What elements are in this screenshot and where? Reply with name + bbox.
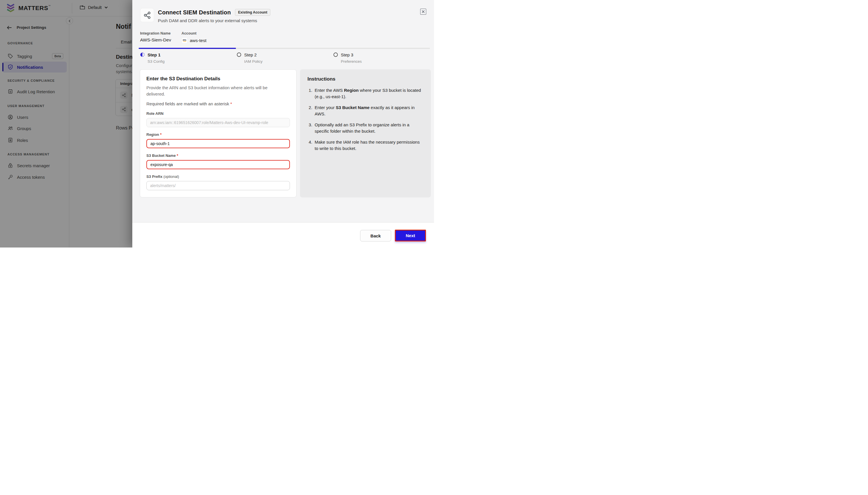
next-button[interactable]: Next bbox=[395, 230, 426, 241]
instruction-item: Make sure the IAM role has the necessary… bbox=[314, 139, 423, 151]
instruction-item: Optionally add an S3 Prefix to organize … bbox=[314, 122, 423, 134]
step-1-s3-config[interactable]: Step 1 S3 Config bbox=[140, 52, 237, 64]
required-fields-note: Required fields are marked with an aster… bbox=[146, 101, 290, 106]
integration-name-value: AWS-Siem-Dev bbox=[140, 37, 171, 42]
s3-destination-form: Enter the S3 Destination Details Provide… bbox=[140, 69, 297, 198]
form-heading: Enter the S3 Destination Details bbox=[146, 76, 290, 82]
account-value: aws aws-test bbox=[181, 37, 207, 44]
instruction-item: Enter your S3 Bucket Name exactly as it … bbox=[314, 104, 423, 117]
s3-bucket-name-label: S3 Bucket Name * bbox=[146, 153, 290, 158]
step-empty-circle-icon bbox=[237, 52, 241, 64]
wizard-progress-bar bbox=[139, 48, 430, 49]
s3-prefix-input[interactable] bbox=[146, 181, 290, 190]
modal-footer: Back Next bbox=[132, 222, 434, 248]
existing-account-badge: Existing Account bbox=[235, 9, 271, 16]
instructions-list: Enter the AWS Region where your S3 bucke… bbox=[307, 87, 423, 151]
step-title: Step 3 bbox=[341, 52, 353, 57]
instructions-heading: Instructions bbox=[307, 76, 423, 82]
aws-logo-icon: aws bbox=[181, 37, 188, 44]
step-half-filled-circle-icon bbox=[140, 52, 145, 64]
share-icon bbox=[140, 8, 154, 22]
role-arn-input bbox=[146, 118, 290, 127]
step-subtitle: Preferences bbox=[341, 59, 362, 64]
asterisk: * bbox=[177, 153, 178, 158]
modal-title: Connect SIEM Destination bbox=[158, 9, 231, 16]
s3-prefix-label: S3 Prefix (optional) bbox=[146, 174, 290, 179]
step-subtitle: IAM Policy bbox=[244, 59, 263, 64]
asterisk: * bbox=[160, 132, 162, 137]
wizard-steps: Step 1 S3 Config Step 2 IAM Policy Step … bbox=[140, 52, 430, 64]
asterisk: * bbox=[230, 101, 232, 106]
role-arn-label: Role ARN bbox=[146, 112, 290, 116]
wizard-progress-fill bbox=[139, 48, 236, 49]
connect-siem-modal: Connect SIEM Destination Existing Accoun… bbox=[132, 0, 434, 248]
svg-text:aws: aws bbox=[183, 39, 187, 41]
instruction-item: Enter the AWS Region where your S3 bucke… bbox=[314, 87, 423, 100]
modal-subtitle: Push DAM and DDR alerts to your external… bbox=[158, 18, 257, 23]
region-label: Region * bbox=[146, 132, 290, 137]
step-3-preferences[interactable]: Step 3 Preferences bbox=[333, 52, 430, 64]
step-2-iam-policy[interactable]: Step 2 IAM Policy bbox=[237, 52, 333, 64]
step-title: Step 1 bbox=[147, 52, 160, 57]
step-title: Step 2 bbox=[244, 52, 256, 57]
instructions-panel: Instructions Enter the AWS Region where … bbox=[300, 69, 431, 198]
step-empty-circle-icon bbox=[333, 52, 338, 64]
integration-name-label: Integration Name bbox=[140, 31, 171, 35]
back-button[interactable]: Back bbox=[360, 230, 391, 241]
account-label: Account bbox=[181, 31, 196, 35]
s3-bucket-name-input[interactable] bbox=[146, 160, 290, 169]
account-name: aws-test bbox=[190, 38, 207, 43]
form-description: Provide the ARN and S3 bucket informatio… bbox=[146, 85, 281, 97]
close-icon[interactable] bbox=[420, 8, 426, 15]
region-input[interactable] bbox=[146, 139, 290, 148]
step-subtitle: S3 Config bbox=[147, 59, 164, 64]
